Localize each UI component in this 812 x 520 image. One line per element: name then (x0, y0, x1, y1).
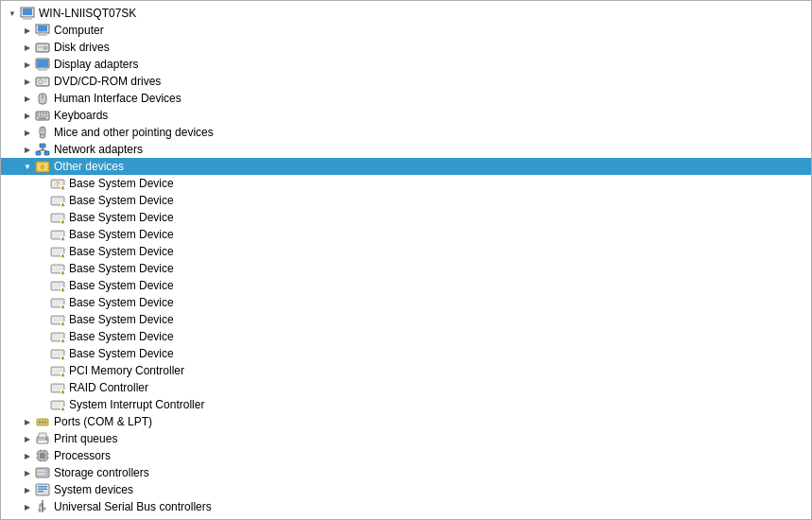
svg-text:!: ! (62, 373, 63, 377)
tree-item-sic[interactable]: ! System Interrupt Controller (1, 396, 811, 413)
tree-item-hid[interactable]: Human Interface Devices (1, 90, 811, 107)
item-label: System devices (54, 483, 133, 496)
computer-icon (20, 6, 35, 21)
unknown-device-icon: ! (50, 329, 65, 344)
tree-item-bsd-7[interactable]: ! Base System Device (1, 277, 811, 294)
svg-rect-2 (25, 17, 30, 19)
expand-network[interactable] (20, 142, 35, 157)
svg-rect-39 (40, 144, 45, 147)
tree-item-storage[interactable]: Storage controllers (1, 464, 811, 481)
other-devices-icon (35, 159, 50, 174)
tree-item-bsd-9[interactable]: ! Base System Device (1, 311, 811, 328)
svg-point-151 (39, 510, 41, 511)
svg-rect-3 (23, 19, 32, 20)
tree-item-bsd-1[interactable]: ? ! Base System Device (1, 175, 811, 192)
unknown-device-icon: ? ! (50, 176, 65, 191)
item-label: System Interrupt Controller (69, 398, 204, 411)
svg-point-123 (44, 421, 46, 423)
svg-rect-33 (43, 115, 44, 117)
tree-item-network[interactable]: Network adapters (1, 141, 811, 158)
tree-item-system[interactable]: System devices (1, 481, 811, 498)
tree-item-bsd-10[interactable]: ! Base System Device (1, 328, 811, 345)
svg-point-48 (42, 166, 43, 168)
tree-item-usb[interactable]: Universal Serial Bus controllers (1, 498, 811, 515)
expand-usb[interactable] (20, 499, 35, 514)
svg-text:!: ! (62, 253, 63, 258)
svg-text:!: ! (62, 185, 63, 190)
ports-icon (35, 414, 50, 429)
item-label: Display adapters (54, 58, 138, 71)
tree-item-other[interactable]: Other devices (1, 158, 811, 175)
svg-text:!: ! (62, 407, 63, 411)
expand-storage[interactable] (20, 465, 35, 480)
expand-ports[interactable] (20, 414, 35, 429)
tree-item-ports[interactable]: Ports (COM & LPT) (1, 413, 811, 430)
svg-rect-6 (40, 33, 45, 35)
svg-text:!: ! (62, 219, 63, 224)
item-label: Base System Device (69, 262, 174, 275)
tree-item-bsd-6[interactable]: ! Base System Device (1, 260, 811, 277)
pci-device-icon: ! (50, 363, 65, 378)
item-label: Other devices (54, 160, 124, 173)
tree-container[interactable]: WIN-LNIISQT07SK Computer (1, 1, 811, 519)
expand-processor[interactable] (20, 448, 35, 463)
tree-item-bsd-4[interactable]: ! Base System Device (1, 226, 811, 243)
svg-rect-40 (36, 151, 41, 155)
expand-other[interactable] (20, 159, 35, 174)
tree-item-bsd-3[interactable]: ! Base System Device (1, 209, 811, 226)
item-label: Universal Serial Bus controllers (54, 500, 212, 513)
expand-mouse[interactable] (20, 125, 35, 140)
expand-dvd[interactable] (20, 74, 35, 89)
expand-keyboard[interactable] (20, 108, 35, 123)
item-label: RAID Controller (69, 381, 148, 394)
svg-rect-29 (43, 113, 44, 115)
expand-display[interactable] (20, 57, 35, 72)
item-label: PCI Memory Controller (69, 364, 184, 377)
tree-item-dvd[interactable]: DVD/CD-ROM drives (1, 73, 811, 90)
mouse-icon (35, 125, 50, 140)
tree-item-bsd-8[interactable]: ! Base System Device (1, 294, 811, 311)
tree-item-pci[interactable]: ! PCI Memory Controller (1, 362, 811, 379)
tree-item-display[interactable]: Display adapters (1, 56, 811, 73)
svg-rect-126 (38, 441, 47, 443)
tree-root[interactable]: WIN-LNIISQT07SK (1, 5, 811, 22)
tree-item-keyboard[interactable]: Keyboards (1, 107, 811, 124)
raid-device-icon: ! (50, 380, 65, 395)
expand-bsd (35, 193, 50, 208)
svg-rect-5 (38, 26, 47, 32)
svg-text:!: ! (62, 202, 63, 207)
item-label: Base System Device (69, 211, 174, 224)
expand-disk[interactable] (20, 40, 35, 55)
expand-print[interactable] (20, 431, 35, 446)
expand-computer[interactable] (20, 23, 35, 38)
svg-point-22 (40, 81, 42, 83)
tree-item-mouse[interactable]: Mice and other pointing devices (1, 124, 811, 141)
svg-rect-28 (40, 113, 42, 115)
expand-hid[interactable] (20, 91, 35, 106)
tree-item-bsd-2[interactable]: ! Base System Device (1, 192, 811, 209)
svg-text:!: ! (62, 338, 63, 343)
unknown-device-icon: ! (50, 210, 65, 225)
svg-text:!: ! (62, 390, 63, 394)
tree-item-raid[interactable]: ! RAID Controller (1, 379, 811, 396)
item-label: Mice and other pointing devices (54, 126, 214, 139)
svg-marker-150 (42, 500, 43, 502)
tree-item-disk[interactable]: Disk drives (1, 39, 811, 56)
expand-system[interactable] (20, 482, 35, 497)
tree-item-bsd-5[interactable]: ! Base System Device (1, 243, 811, 260)
svg-rect-16 (38, 70, 47, 71)
svg-rect-14 (37, 60, 48, 67)
svg-text:!: ! (62, 355, 63, 360)
item-label: Human Interface Devices (54, 92, 181, 105)
item-label: Computer (54, 24, 104, 37)
expand-root[interactable] (5, 6, 20, 21)
tree-item-bsd-11[interactable]: ! Base System Device (1, 345, 811, 362)
item-label: Base System Device (69, 330, 174, 343)
tree-item-processor[interactable]: Processors (1, 447, 811, 464)
item-label: Network adapters (54, 143, 143, 156)
tree-item-print[interactable]: Print queues (1, 430, 811, 447)
item-label: Disk drives (54, 41, 110, 54)
svg-point-25 (42, 97, 43, 99)
item-label: Base System Device (69, 296, 174, 309)
tree-item-computer[interactable]: Computer (1, 22, 811, 39)
